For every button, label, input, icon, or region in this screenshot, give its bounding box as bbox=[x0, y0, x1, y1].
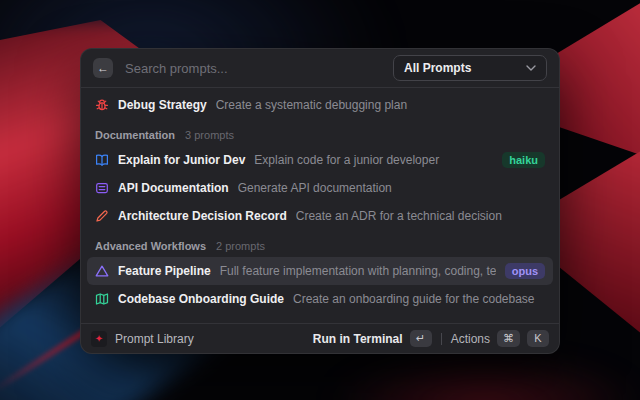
bug-icon bbox=[95, 98, 109, 112]
item-description: Generate API documentation bbox=[238, 181, 545, 195]
list-item[interactable]: Codebase Onboarding GuideCreate an onboa… bbox=[87, 285, 553, 313]
section-header: Advanced Workflows2 prompts bbox=[87, 230, 553, 257]
back-arrow-icon: ← bbox=[97, 58, 109, 78]
list-item[interactable]: API DocumentationGenerate API documentat… bbox=[87, 174, 553, 202]
item-description: Create an ADR for a technical decision bbox=[296, 209, 545, 223]
footer-right: Run in Terminal ↵ Actions ⌘ K bbox=[313, 330, 549, 347]
list-item[interactable]: Architecture Decision RecordCreate an AD… bbox=[87, 202, 553, 230]
footer-divider bbox=[441, 333, 442, 345]
prompt-list: Debug StrategyCreate a systematic debugg… bbox=[81, 88, 559, 323]
section-count: 2 prompts bbox=[216, 240, 265, 252]
map-icon bbox=[95, 292, 109, 306]
k-keycap: K bbox=[527, 330, 549, 347]
search-input[interactable] bbox=[123, 60, 383, 77]
document-lines-icon bbox=[95, 181, 109, 195]
run-in-terminal-label[interactable]: Run in Terminal bbox=[313, 332, 403, 346]
item-title: Explain for Junior Dev bbox=[118, 153, 245, 167]
item-title: API Documentation bbox=[118, 181, 229, 195]
footer-left: ✦ Prompt Library bbox=[91, 331, 194, 347]
app-logo-icon: ✦ bbox=[91, 331, 107, 347]
item-title: Feature Pipeline bbox=[118, 264, 211, 278]
section-title: Documentation bbox=[95, 129, 175, 141]
list-item[interactable]: Debug StrategyCreate a systematic debugg… bbox=[87, 91, 553, 119]
section-header: Documentation3 prompts bbox=[87, 119, 553, 146]
enter-keycap: ↵ bbox=[410, 330, 432, 347]
prompt-palette-window: ← All Prompts Debug StrategyCreate a sys… bbox=[80, 48, 560, 354]
spark-icon: ✦ bbox=[95, 334, 103, 344]
triangle-icon bbox=[95, 264, 109, 278]
item-title: Codebase Onboarding Guide bbox=[118, 292, 284, 306]
item-description: Explain code for a junior developer bbox=[254, 153, 493, 167]
filter-dropdown[interactable]: All Prompts bbox=[393, 55, 547, 81]
filter-dropdown-value: All Prompts bbox=[404, 61, 471, 75]
item-description: Create a systematic debugging plan bbox=[216, 98, 545, 112]
item-title: Architecture Decision Record bbox=[118, 209, 287, 223]
cmd-keycap: ⌘ bbox=[497, 330, 520, 347]
model-badge: haiku bbox=[502, 152, 545, 168]
list-item[interactable]: Feature PipelineFull feature implementat… bbox=[87, 257, 553, 285]
desktop: ← All Prompts Debug StrategyCreate a sys… bbox=[0, 0, 640, 400]
pencil-icon bbox=[95, 209, 109, 223]
item-title: Debug Strategy bbox=[118, 98, 207, 112]
app-name: Prompt Library bbox=[115, 332, 194, 346]
palette-header: ← All Prompts bbox=[81, 49, 559, 88]
item-description: Create an onboarding guide for the codeb… bbox=[293, 292, 545, 306]
palette-footer: ✦ Prompt Library Run in Terminal ↵ Actio… bbox=[81, 323, 559, 353]
chevron-down-icon bbox=[526, 65, 536, 71]
section-count: 3 prompts bbox=[185, 129, 234, 141]
item-description: Full feature implementation with plannin… bbox=[220, 264, 496, 278]
actions-label[interactable]: Actions bbox=[451, 332, 490, 346]
list-item[interactable]: Explain for Junior DevExplain code for a… bbox=[87, 146, 553, 174]
section-title: Advanced Workflows bbox=[95, 240, 206, 252]
model-badge: opus bbox=[505, 263, 545, 279]
back-button[interactable]: ← bbox=[93, 58, 113, 78]
open-book-icon bbox=[95, 153, 109, 167]
